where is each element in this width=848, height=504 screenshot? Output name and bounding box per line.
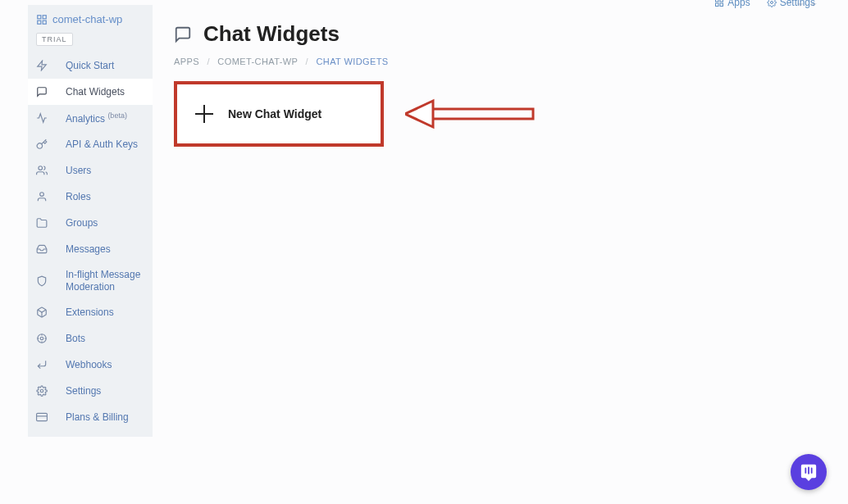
sidebar-item-label: Roles	[66, 191, 153, 202]
zap-icon	[28, 52, 56, 79]
svg-marker-22	[797, 3, 804, 7]
users-icon	[28, 157, 56, 184]
sidebar-item-label: Messages	[66, 243, 153, 255]
sidebar-item-groups[interactable]: Groups	[28, 210, 153, 236]
app-header: comet-chat-wp TRIAL	[28, 5, 153, 52]
svg-point-4	[770, 2, 773, 4]
credit-card-icon	[28, 404, 56, 430]
svg-rect-1	[720, 0, 723, 2]
new-chat-widget-label: New Chat Widget	[228, 107, 321, 120]
breadcrumb-separator: /	[306, 57, 308, 66]
intercom-icon	[800, 463, 818, 481]
sidebar-item-label: Users	[66, 165, 153, 176]
page-title-row: Chat Widgets	[174, 21, 848, 47]
svg-rect-25	[430, 109, 533, 119]
svg-rect-6	[43, 15, 46, 18]
svg-point-11	[40, 193, 44, 197]
sidebar-item-roles[interactable]: Roles	[28, 184, 153, 210]
intercom-launcher[interactable]	[791, 454, 827, 490]
sidebar-item-label: Extensions	[66, 306, 153, 318]
gear-icon	[28, 378, 56, 404]
sidebar-item-messages[interactable]: Messages	[28, 236, 153, 262]
sidebar-item-settings[interactable]: Settings	[28, 378, 153, 404]
sidebar-item-extensions[interactable]: Extensions	[28, 299, 153, 325]
sidebar-item-analytics[interactable]: Analytics (beta)	[28, 105, 153, 131]
annotation-highlight: New Chat Widget	[174, 81, 384, 147]
svg-rect-8	[43, 20, 46, 24]
chat-icon	[174, 25, 192, 43]
app-name: comet-chat-wp	[52, 13, 122, 25]
svg-rect-0	[716, 0, 719, 2]
reply-icon	[28, 352, 56, 378]
breadcrumb: APPS / COMET-CHAT-WP / CHAT WIDGETS	[174, 57, 848, 66]
sidebar-item-api-auth-keys[interactable]: API & Auth Keys	[28, 131, 153, 157]
svg-marker-26	[405, 101, 433, 127]
sidebar-item-users[interactable]: Users	[28, 157, 153, 184]
sidebar-item-label: Plans & Billing	[66, 411, 153, 423]
package-icon	[28, 299, 56, 325]
svg-point-19	[40, 389, 43, 393]
breadcrumb-apps[interactable]: APPS	[174, 57, 199, 66]
annotation-arrow-icon	[405, 96, 545, 132]
sidebar-item-webhooks[interactable]: Webhooks	[28, 352, 153, 378]
app-grid-icon	[36, 14, 48, 25]
sidebar-item-in-flight-moderation[interactable]: In-flight Message Moderation	[28, 262, 153, 299]
trial-badge: TRIAL	[36, 33, 73, 46]
svg-rect-7	[38, 20, 41, 24]
sidebar-item-bots[interactable]: Bots	[28, 325, 153, 352]
sidebar-item-quick-start[interactable]: Quick Start	[28, 52, 153, 79]
sidebar-item-label: Analytics (beta)	[66, 111, 153, 125]
chat-icon	[28, 79, 56, 105]
breadcrumb-app[interactable]: COMET-CHAT-WP	[217, 57, 298, 66]
page-title: Chat Widgets	[203, 21, 340, 47]
shield-icon	[28, 268, 56, 294]
key-icon	[28, 131, 56, 157]
user-icon	[28, 184, 56, 210]
svg-point-10	[39, 166, 43, 170]
sidebar-item-label: Chat Widgets	[66, 86, 153, 98]
svg-rect-5	[38, 15, 41, 18]
breadcrumb-separator: /	[207, 57, 209, 66]
bot-icon	[28, 325, 56, 352]
main-content: Chat Widgets APPS / COMET-CHAT-WP / CHAT…	[153, 5, 848, 437]
sidebar-item-label: Groups	[66, 217, 153, 229]
activity-icon	[28, 105, 56, 131]
sidebar-item-label: Bots	[66, 333, 153, 344]
new-chat-widget-button[interactable]: New Chat Widget	[177, 84, 381, 143]
topbar-dropdown-carets[interactable]	[796, 0, 818, 10]
svg-marker-23	[810, 3, 817, 7]
sidebar-item-label: Webhooks	[66, 359, 153, 370]
folder-icon	[28, 210, 56, 236]
sidebar-item-label: API & Auth Keys	[66, 138, 153, 150]
sidebar-item-plans-billing[interactable]: Plans & Billing	[28, 404, 153, 430]
sidebar-item-label: In-flight Message Moderation	[66, 269, 153, 293]
svg-point-14	[40, 337, 43, 340]
sidebar-item-label: Quick Start	[66, 60, 153, 71]
sidebar-item-label: Settings	[66, 385, 153, 397]
inbox-icon	[28, 236, 56, 262]
sidebar-item-chat-widgets[interactable]: Chat Widgets	[28, 79, 153, 105]
breadcrumb-current: CHAT WIDGETS	[316, 57, 388, 66]
svg-marker-9	[38, 61, 47, 70]
svg-rect-20	[37, 413, 48, 420]
sidebar: comet-chat-wp TRIAL Quick Start Chat Wid…	[28, 5, 153, 437]
plus-icon	[195, 105, 213, 123]
